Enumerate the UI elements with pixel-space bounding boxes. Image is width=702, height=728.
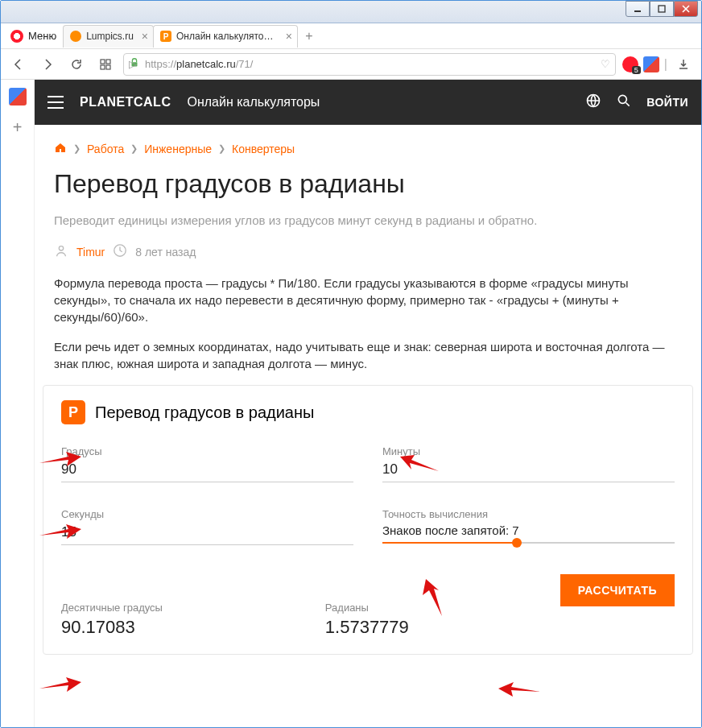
decimal-degrees-result: Десятичные градусы 90.17083 (61, 602, 296, 638)
translate-icon[interactable] (643, 56, 659, 72)
favicon-icon (70, 31, 81, 42)
page-meta: Timur 8 лет назад (54, 243, 682, 260)
result-value: 90.17083 (61, 617, 296, 638)
radians-result: Радианы 1.5737779 (325, 602, 560, 638)
result-value: 1.5737779 (325, 617, 560, 638)
breadcrumb-link[interactable]: Инженерные (144, 143, 212, 155)
tab-label: Lumpics.ru (86, 31, 134, 42)
field-label: Минуты (382, 445, 675, 457)
browser-tab-1[interactable]: Lumpics.ru × (63, 25, 154, 48)
field-label: Точность вычисления (382, 508, 675, 520)
browser-tabstrip: Меню Lumpics.ru × P Онлайн калькулятор: … (1, 23, 701, 49)
author-link[interactable]: Timur (76, 246, 105, 259)
bookmark-icon[interactable]: ♡ (601, 58, 610, 70)
calculator-card: P Перевод градусов в радианы Градусы Мин… (43, 385, 693, 655)
breadcrumb: ❯ Работа ❯ Инженерные ❯ Конвертеры (35, 125, 701, 163)
slider-track[interactable] (382, 542, 675, 544)
field-label: Секунды (61, 508, 353, 520)
forward-button[interactable] (36, 53, 59, 76)
menu-label: Меню (28, 30, 56, 42)
chevron-right-icon: ❯ (73, 143, 81, 154)
calculator-title-text: Перевод градусов в радианы (95, 403, 314, 422)
calculator-title: P Перевод градусов в радианы (61, 400, 675, 424)
chevron-right-icon: ❯ (218, 143, 225, 154)
adblock-badge-icon[interactable] (622, 56, 638, 72)
time-ago: 8 лет назад (135, 246, 196, 259)
page-title: Перевод градусов в радианы (54, 169, 682, 199)
svg-rect-5 (106, 65, 110, 69)
window-close-button[interactable] (674, 1, 698, 17)
svg-rect-3 (106, 60, 110, 64)
svg-rect-2 (101, 60, 105, 64)
back-button[interactable] (7, 53, 30, 76)
login-button[interactable]: ВОЙТИ (646, 96, 688, 109)
seconds-field: Секунды (61, 508, 353, 545)
window-maximize-button[interactable] (650, 1, 674, 17)
download-button[interactable] (672, 53, 695, 76)
description-text: Если речь идет о земных координатах, над… (54, 338, 682, 372)
minutes-input[interactable] (382, 459, 675, 482)
calculate-button[interactable]: РАССЧИТАТЬ (560, 574, 675, 606)
svg-rect-1 (659, 6, 665, 12)
language-icon[interactable] (585, 93, 601, 112)
home-icon[interactable] (54, 141, 67, 156)
window-minimize-button[interactable] (626, 1, 650, 17)
app-logo-icon: P (61, 400, 85, 424)
tab-label: Онлайн калькулятор: Пер (176, 31, 278, 42)
site-tagline: Онлайн калькуляторы (187, 95, 320, 110)
degrees-field: Градусы (61, 445, 353, 482)
slider-thumb[interactable] (512, 538, 522, 548)
description-text: Формула перевода проста — градусы * Пи/1… (54, 275, 682, 325)
sidebar-add-button[interactable]: + (13, 118, 23, 137)
close-icon[interactable]: × (286, 30, 292, 43)
site-brand[interactable]: PLANETCALC (80, 95, 171, 110)
close-icon[interactable]: × (142, 30, 148, 43)
page-subtitle: Переводит единицы измерения углов из гра… (54, 212, 682, 229)
field-label: Градусы (61, 445, 353, 457)
menu-icon[interactable] (47, 96, 64, 109)
svg-rect-6 (132, 62, 138, 66)
lock-icon (129, 57, 140, 71)
slider-value-text: Знаков после запятой: 7 (382, 523, 675, 537)
minutes-field: Минуты (382, 445, 675, 482)
browser-sidebar: + (1, 80, 35, 727)
browser-menu-button[interactable]: Меню (4, 23, 63, 48)
browser-toolbar: https://planetcalc.ru/71/ ▷ ♡ | (1, 49, 701, 80)
chevron-right-icon: ❯ (130, 143, 138, 154)
precision-slider: Точность вычисления Знаков после запятой… (382, 508, 675, 545)
new-tab-button[interactable]: + (300, 27, 318, 45)
browser-tab-2[interactable]: P Онлайн калькулятор: Пер × (153, 25, 298, 48)
opera-logo-icon (10, 30, 23, 43)
search-icon[interactable] (616, 93, 632, 112)
address-bar[interactable]: https://planetcalc.ru/71/ ▷ ♡ (123, 53, 616, 76)
reload-button[interactable] (65, 53, 88, 76)
degrees-input[interactable] (61, 459, 353, 482)
site-header: PLANETCALC Онлайн калькуляторы ВОЙТИ (35, 80, 701, 125)
svg-rect-0 (634, 10, 641, 12)
breadcrumb-link[interactable]: Работа (87, 143, 124, 155)
clock-icon (113, 243, 127, 260)
result-label: Радианы (325, 602, 560, 614)
breadcrumb-link[interactable]: Конвертеры (232, 143, 295, 155)
svg-point-8 (619, 95, 627, 103)
translate-icon[interactable] (9, 88, 27, 105)
person-icon (54, 243, 68, 260)
seconds-input[interactable] (61, 522, 353, 545)
page-content: PLANETCALC Онлайн калькуляторы ВОЙТИ ❯ Р… (35, 80, 701, 727)
window-titlebar (1, 1, 701, 23)
result-label: Десятичные градусы (61, 602, 296, 614)
svg-rect-4 (101, 65, 105, 69)
svg-point-9 (59, 246, 63, 250)
speed-dial-button[interactable] (94, 53, 117, 76)
url-text: https://planetcalc.ru/71/ (145, 58, 596, 70)
favicon-icon: P (160, 31, 171, 42)
